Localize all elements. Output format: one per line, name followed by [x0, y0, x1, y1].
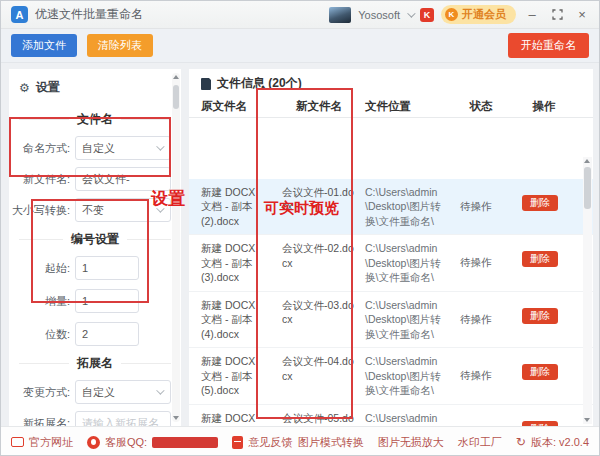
- case-convert-label: 大小写转换:: [11, 203, 75, 218]
- table-row[interactable]: 新建 DOCX 文档 - 副本 (3).docx 会议文件-02.docx C:…: [189, 235, 593, 291]
- chevron-down-icon: [156, 142, 164, 150]
- open-vip-button[interactable]: K 开通会员: [441, 5, 516, 24]
- version-info: ↻ 版本: v2.0.4: [516, 435, 589, 450]
- case-convert-select[interactable]: 不变: [75, 198, 171, 222]
- cell-new-name: 会议文件-04.docx: [273, 354, 365, 397]
- delete-button[interactable]: 删除: [522, 308, 558, 324]
- maximize-button[interactable]: [548, 6, 566, 24]
- table-header: 原文件名 新文件名 文件位置 状态 操作: [189, 96, 593, 118]
- cell-status: 待操作: [453, 411, 509, 426]
- feedback-icon: [232, 436, 243, 449]
- col-status: 状态: [453, 99, 509, 114]
- col-action: 操作: [509, 99, 579, 114]
- cell-original: 新建 DOCX 文档 - 副本 (5).docx: [201, 354, 273, 397]
- cell-original: 新建 DOCX 文档 - 副本 (2).docx: [201, 185, 273, 228]
- start-number-input[interactable]: [82, 257, 132, 279]
- delete-button[interactable]: 删除: [522, 195, 558, 211]
- qq-icon: [87, 436, 100, 449]
- table-row[interactable]: 新建 DOCX 文档 - 副本 (6).docx 会议文件-05.docx C:…: [189, 405, 593, 426]
- delete-button[interactable]: 删除: [522, 251, 558, 267]
- clear-list-button[interactable]: 清除列表: [87, 34, 153, 57]
- close-button[interactable]: ×: [573, 6, 591, 24]
- link-image-mode-convert[interactable]: 图片模式转换: [298, 435, 364, 450]
- naming-method-select[interactable]: 自定义: [75, 136, 171, 160]
- cell-location: C:\Users\admin\Desktop\图片转换\文件重命名\: [365, 298, 453, 341]
- new-filename-input[interactable]: [82, 168, 164, 190]
- cell-original: 新建 DOCX 文档 - 副本 (4).docx: [201, 298, 273, 341]
- minimize-button[interactable]: –: [523, 6, 541, 24]
- refresh-icon[interactable]: ↻: [516, 435, 526, 449]
- file-list: 新建 DOCX 文档 - 副本 (2).docx 会议文件-01.docx C:…: [189, 179, 593, 426]
- increment-input[interactable]: [82, 290, 132, 312]
- official-site-label: 官方网址: [29, 435, 73, 450]
- cell-new-name: 会议文件-03.docx: [273, 298, 365, 341]
- cell-location: C:\Users\admin\Desktop\图片转换\文件重命名\: [365, 241, 453, 284]
- cell-new-name: 会议文件-02.docx: [273, 241, 365, 284]
- case-convert-value: 不变: [82, 203, 104, 218]
- col-location: 文件位置: [365, 99, 453, 114]
- feedback-link[interactable]: 意见反馈: [232, 435, 292, 450]
- table-row[interactable]: 新建 DOCX 文档 - 副本 (2).docx 会议文件-01.docx C:…: [189, 179, 593, 235]
- scrollbar-thumb[interactable]: [584, 167, 591, 209]
- file-panel: 文件信息 (20个) 原文件名 新文件名 文件位置 状态 操作 新建 DOCX …: [189, 69, 593, 426]
- settings-header: 设置: [36, 79, 60, 96]
- cell-original: 新建 DOCX 文档 - 副本 (3).docx: [201, 241, 273, 284]
- avatar[interactable]: [329, 7, 351, 23]
- digits-label: 位数:: [11, 327, 75, 342]
- cell-status: 待操作: [453, 185, 509, 228]
- file-panel-header: 文件信息 (20个): [217, 75, 302, 92]
- footer: 官方网址 客服QQ: 意见反馈 图片模式转换 图片无损放大 水印工厂 ↻ 版本:…: [1, 426, 599, 456]
- scroll-down-icon[interactable]: [584, 418, 590, 422]
- qq-label: 客服QQ:: [105, 435, 147, 450]
- titlebar: A 优速文件批量重命名 Yososoft K K 开通会员 – ×: [1, 1, 599, 29]
- col-original-name: 原文件名: [201, 99, 273, 114]
- naming-method-value: 自定义: [82, 141, 115, 156]
- file-list-scrollbar[interactable]: [583, 157, 592, 424]
- cell-status: 待操作: [453, 241, 509, 284]
- scroll-down-icon[interactable]: [173, 416, 179, 420]
- naming-method-label: 命名方式:: [11, 141, 75, 156]
- maximize-icon: [552, 9, 563, 20]
- gear-icon: ⚙: [19, 81, 30, 95]
- scrollbar-thumb[interactable]: [173, 85, 179, 109]
- digits-input[interactable]: [82, 323, 132, 345]
- qq-number-redacted: [152, 437, 218, 448]
- start-rename-button[interactable]: 开始重命名: [508, 33, 589, 58]
- delete-button[interactable]: 删除: [522, 364, 558, 380]
- scroll-up-icon[interactable]: [173, 75, 179, 79]
- table-row[interactable]: 新建 DOCX 文档 - 副本 (5).docx 会议文件-04.docx C:…: [189, 348, 593, 404]
- official-site-link[interactable]: 官方网址: [11, 435, 73, 450]
- scroll-up-icon[interactable]: [584, 159, 590, 163]
- settings-panel: ⚙ 设置 文件名 命名方式: 自定义 新文件名: 大小写转换: 不变 编号设置 …: [9, 69, 181, 426]
- add-files-button[interactable]: 添加文件: [11, 34, 77, 57]
- monitor-icon: [11, 437, 24, 447]
- app-window: A 优速文件批量重命名 Yososoft K K 开通会员 – × 添加文件 清…: [0, 0, 600, 456]
- vip-k-icon: K: [445, 8, 458, 21]
- link-watermark-factory[interactable]: 水印工厂: [458, 435, 502, 450]
- change-method-value: 自定义: [82, 385, 115, 400]
- change-method-label: 变更方式:: [11, 385, 75, 400]
- increment-label: 增量:: [11, 294, 75, 309]
- extension-section-title: 拓展名: [77, 355, 113, 372]
- cell-original: 新建 DOCX 文档 - 副本 (6).docx: [201, 411, 273, 426]
- start-number-label: 起始:: [11, 261, 75, 276]
- cell-location: C:\Users\admin\Desktop\图片转换\文件重命名\: [365, 185, 453, 228]
- file-info-icon: [201, 78, 211, 90]
- chevron-down-icon[interactable]: [407, 9, 415, 17]
- app-logo-icon: A: [11, 6, 28, 23]
- col-new-name: 新文件名: [273, 99, 365, 114]
- feedback-label: 意见反馈: [248, 435, 292, 450]
- link-image-lossless-enlarge[interactable]: 图片无损放大: [378, 435, 444, 450]
- customer-qq[interactable]: 客服QQ:: [87, 435, 218, 450]
- version-label: 版本: v2.0.4: [531, 435, 589, 450]
- cell-new-name: 会议文件-01.docx: [273, 185, 365, 228]
- numbering-section-title: 编号设置: [71, 231, 119, 248]
- chevron-down-icon: [156, 386, 164, 394]
- cell-status: 待操作: [453, 354, 509, 397]
- change-method-select[interactable]: 自定义: [75, 380, 171, 404]
- table-row[interactable]: 新建 DOCX 文档 - 副本 (4).docx 会议文件-03.docx C:…: [189, 292, 593, 348]
- cell-status: 待操作: [453, 298, 509, 341]
- account-name[interactable]: Yososoft: [358, 9, 400, 21]
- window-title: 优速文件批量重命名: [35, 6, 143, 23]
- settings-scrollbar[interactable]: [172, 73, 180, 422]
